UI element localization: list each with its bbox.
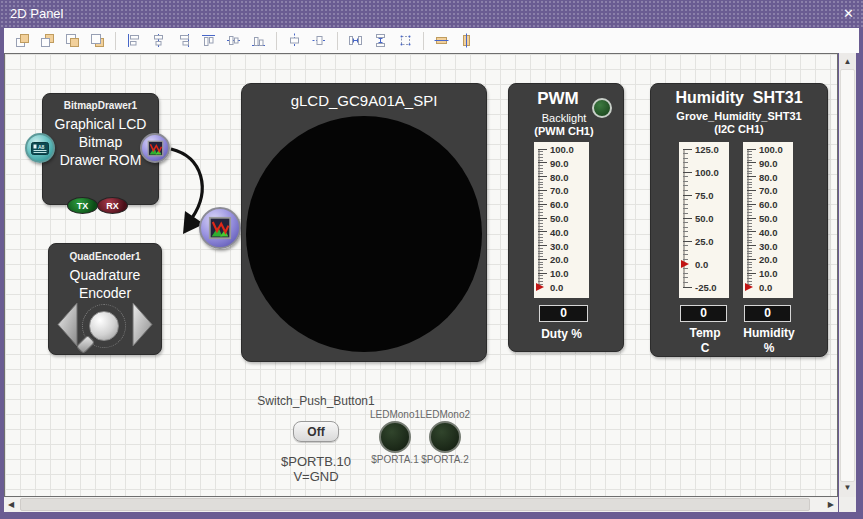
scroll-left-icon[interactable]: ◀ <box>8 501 14 509</box>
toolbar-space-equally-vertical-button[interactable] <box>369 30 392 51</box>
tx-pin[interactable]: TX <box>67 197 98 214</box>
toolbar-align-lefts-button[interactable] <box>122 30 145 51</box>
pwm-unit-label: Duty % <box>509 327 614 341</box>
toolbar-bring-to-front-button[interactable] <box>11 30 34 51</box>
encoder-left-arrow[interactable] <box>56 301 79 348</box>
image-icon <box>208 216 232 240</box>
scrollbar-corner <box>839 497 856 512</box>
toolbar-snap-to-grid-button[interactable] <box>394 30 417 51</box>
switch-port-label: $PORTB.10 <box>281 454 351 469</box>
gauge-tick <box>683 153 688 154</box>
rx-pin[interactable]: RX <box>97 197 128 214</box>
bring-to-front-icon <box>14 32 31 49</box>
gauge-tick <box>538 173 543 174</box>
gauge-tick-label: 100.0 <box>695 167 719 178</box>
vertical-scrollbar[interactable]: ▲ ▼ <box>839 53 856 497</box>
gauge-tick-label: 40.0 <box>759 226 778 237</box>
bitmap-output-pin[interactable] <box>140 133 170 163</box>
gauge-tick <box>747 248 752 249</box>
design-canvas[interactable]: BitmapDrawer1 Graphical LCD Bitmap Drawe… <box>4 53 838 497</box>
gauge-tick <box>747 206 752 207</box>
gauge-tick <box>747 154 752 155</box>
scroll-down-icon[interactable]: ▼ <box>839 484 856 492</box>
gauge-tick <box>747 215 752 216</box>
pwm-value-display: 0 <box>539 305 588 322</box>
lcd-text-input-pin[interactable]: A8 <box>25 133 55 163</box>
toolbar-align-bottoms-button[interactable] <box>247 30 270 51</box>
component-humidity-sht31[interactable]: Humidity SHT31 Grove_Humidity_SHT31 (I2C… <box>650 83 828 357</box>
gauge-tick-label: 20.0 <box>759 254 778 265</box>
toolbar-size-to-height-button[interactable] <box>455 30 478 51</box>
gauge-tick <box>538 248 543 249</box>
align-vertical-centers-icon <box>225 32 242 49</box>
toolbar-bring-forward-button[interactable] <box>61 30 84 51</box>
gauge-tick <box>747 149 756 150</box>
gauge-tick <box>538 281 543 282</box>
led2-indicator <box>429 421 461 453</box>
scroll-right-icon[interactable]: ▶ <box>828 501 834 509</box>
gauge-tick <box>538 264 543 265</box>
toolbar-center-horizontally-button[interactable] <box>283 30 306 51</box>
gauge-tick <box>683 190 688 191</box>
temp-gauge: 125.0100.075.050.025.0-25.00.0 <box>679 142 729 298</box>
gauge-tick <box>538 231 547 232</box>
gauge-tick <box>747 229 752 230</box>
component-pwm-backlight[interactable]: PWM Backlight (PWM CH1) 100.090.080.070.… <box>508 83 624 352</box>
component-glcd-display[interactable]: gLCD_GC9A01A_SPI <box>241 83 487 362</box>
toolbar-align-tops-button[interactable] <box>197 30 220 51</box>
gauge-tick <box>747 240 752 241</box>
center-vertically-icon <box>311 32 328 49</box>
component-title: gLCD_GC9A01A_SPI <box>242 92 486 110</box>
gauge-tick-label: 90.0 <box>759 157 778 168</box>
svg-text:A8: A8 <box>38 143 45 149</box>
gauge-tick-label: -25.0 <box>695 282 717 293</box>
gauge-tick <box>538 256 543 257</box>
vertical-scroll-thumb[interactable] <box>840 69 855 482</box>
encoder-right-arrow[interactable] <box>131 301 154 348</box>
toolbar-send-to-back-button[interactable] <box>36 30 59 51</box>
component-quad-encoder[interactable]: QuadEncoder1 Quadrature Encoder <box>48 243 162 355</box>
gauge-tick <box>538 198 543 199</box>
horizontal-scrollbar[interactable]: ◀ ▶ <box>4 497 838 512</box>
gauge-tick <box>538 204 547 205</box>
gauge-tick <box>538 171 543 172</box>
horizontal-scroll-thumb[interactable] <box>20 498 810 511</box>
toolbar-align-horizontal-centers-button[interactable] <box>147 30 170 51</box>
gauge-tick <box>683 176 688 177</box>
gauge-tick <box>747 220 752 221</box>
gauge-tick <box>747 190 756 191</box>
gauge-tick <box>683 172 692 173</box>
gauge-tick <box>683 181 688 182</box>
gauge-tick <box>747 259 756 260</box>
gauge-tick-label: 80.0 <box>759 171 778 182</box>
toolbar-space-equally-horizontal-button[interactable] <box>344 30 367 51</box>
gauge-tick <box>683 231 688 232</box>
pwm-channel: (PWM CH1) <box>509 125 619 137</box>
gauge-tick <box>747 204 756 205</box>
scroll-up-icon[interactable]: ▲ <box>839 58 856 66</box>
switch-voltage-label: V=GND <box>293 469 338 484</box>
gauge-tick-label: 90.0 <box>550 157 569 168</box>
component-title-line: Graphical LCD <box>43 115 158 133</box>
encoder-knob[interactable] <box>89 311 119 341</box>
toolbar-center-vertically-button[interactable] <box>308 30 331 51</box>
display-input-connector[interactable] <box>199 207 241 249</box>
push-button-off[interactable]: Off <box>293 421 339 442</box>
humidity-value-display: 0 <box>744 305 791 322</box>
toolbar-size-to-width-button[interactable] <box>430 30 453 51</box>
toolbar-send-backward-button[interactable] <box>86 30 109 51</box>
gauge-tick-label: 50.0 <box>759 213 778 224</box>
gauge-tick <box>683 167 688 168</box>
close-icon[interactable]: ✕ <box>843 0 854 28</box>
toolbar-align-rights-button[interactable] <box>172 30 195 51</box>
gauge-tick <box>683 213 688 214</box>
size-to-width-icon <box>433 32 450 49</box>
gauge-tick <box>747 256 752 257</box>
gauge-tick <box>747 165 752 166</box>
humidity-title: Humidity SHT31 <box>651 89 827 107</box>
titlebar[interactable]: 2D Panel ✕ <box>0 0 863 28</box>
gauge-tick <box>683 199 688 200</box>
toolbar-align-vertical-centers-button[interactable] <box>222 30 245 51</box>
gauge-tick-label: 100.0 <box>759 144 783 155</box>
gauge-tick <box>538 245 547 246</box>
